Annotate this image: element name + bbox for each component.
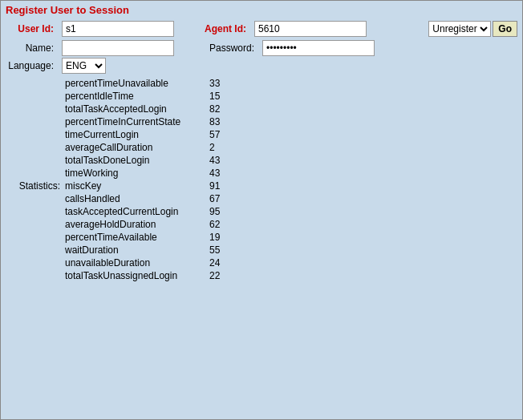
stats-value: 22	[209, 270, 241, 281]
stats-value: 62	[209, 219, 241, 230]
language-row: Language: ENG FRE SPA	[1, 56, 522, 75]
second-row: Name: Password:	[1, 40, 522, 56]
stats-value: 19	[209, 232, 241, 243]
stats-key: miscKey	[65, 180, 209, 192]
stats-key: percentTimeAvailable	[65, 232, 209, 243]
stats-value: 55	[209, 244, 241, 256]
main-container: Register User to Session User Id: Agent …	[0, 0, 523, 420]
page-title: Register User to Session	[1, 1, 522, 18]
stats-key: unavailableDuration	[65, 257, 209, 269]
name-label: Name:	[6, 42, 54, 54]
stats-key: totalTaskDoneLogin	[65, 155, 209, 166]
user-id-label: User Id:	[6, 23, 54, 34]
agent-id-label: Agent Id:	[198, 23, 246, 34]
stats-key: timeCurrentLogin	[65, 129, 209, 140]
unregister-select[interactable]: Unregister	[428, 21, 491, 37]
stats-key: averageCallDuration	[65, 142, 209, 153]
stats-key: totalTaskAcceptedLogin	[65, 103, 209, 115]
action-buttons: Unregister Go	[428, 21, 517, 37]
stats-row: callsHandled67	[1, 192, 522, 205]
user-id-input[interactable]	[62, 21, 174, 37]
stats-row: percentTimeAvailable19	[1, 231, 522, 244]
stats-row: percentIdleTime15	[1, 90, 522, 103]
stats-row: percentTimeInCurrentState83	[1, 115, 522, 128]
password-input[interactable]	[262, 40, 375, 56]
stats-row: timeCurrentLogin57	[1, 128, 522, 141]
stats-row: timeWorking43	[1, 167, 522, 180]
stats-value: 82	[209, 103, 241, 115]
stats-row: Statistics:miscKey91	[1, 180, 522, 192]
stats-key: taskAcceptedCurrentLogin	[65, 206, 209, 217]
stats-value: 95	[209, 206, 241, 217]
stats-value: 43	[209, 155, 241, 166]
stats-row: totalTaskUnassignedLogin22	[1, 269, 522, 282]
stats-key: totalTaskUnassignedLogin	[65, 270, 209, 281]
stats-row: percentTimeUnavailable33	[1, 77, 522, 90]
name-input[interactable]	[62, 40, 174, 56]
stats-row: totalTaskDoneLogin43	[1, 154, 522, 167]
stats-key: percentTimeUnavailable	[65, 78, 209, 89]
stats-value: 15	[209, 91, 241, 102]
stats-value: 33	[209, 78, 241, 89]
stats-value: 24	[209, 257, 241, 269]
stats-row: unavailableDuration24	[1, 256, 522, 269]
stats-key: waitDuration	[65, 244, 209, 256]
stats-value: 83	[209, 116, 241, 127]
language-label: Language:	[6, 60, 54, 71]
stats-row: totalTaskAcceptedLogin82	[1, 103, 522, 115]
stats-row: waitDuration55	[1, 244, 522, 256]
stats-key: timeWorking	[65, 168, 209, 179]
password-label: Password:	[198, 42, 254, 54]
stats-row: averageHoldDuration62	[1, 218, 522, 231]
stats-key: averageHoldDuration	[65, 219, 209, 230]
stats-row: taskAcceptedCurrentLogin95	[1, 205, 522, 218]
language-select[interactable]: ENG FRE SPA	[62, 58, 106, 74]
stats-key: callsHandled	[65, 193, 209, 204]
stats-value: 57	[209, 129, 241, 140]
stats-value: 67	[209, 193, 241, 204]
stats-value: 91	[209, 180, 241, 192]
stats-value: 2	[209, 142, 241, 153]
agent-id-input[interactable]	[254, 21, 367, 37]
stats-row: averageCallDuration2	[1, 141, 522, 154]
go-button[interactable]: Go	[493, 21, 517, 37]
stats-section-label: Statistics:	[1, 180, 65, 192]
statistics-rows: percentTimeUnavailable33percentIdleTime1…	[1, 77, 522, 282]
top-row: User Id: Agent Id: Unregister Go	[1, 18, 522, 40]
stats-value: 43	[209, 168, 241, 179]
stats-key: percentTimeInCurrentState	[65, 116, 209, 127]
statistics-area: percentTimeUnavailable33percentIdleTime1…	[1, 75, 522, 282]
stats-key: percentIdleTime	[65, 91, 209, 102]
